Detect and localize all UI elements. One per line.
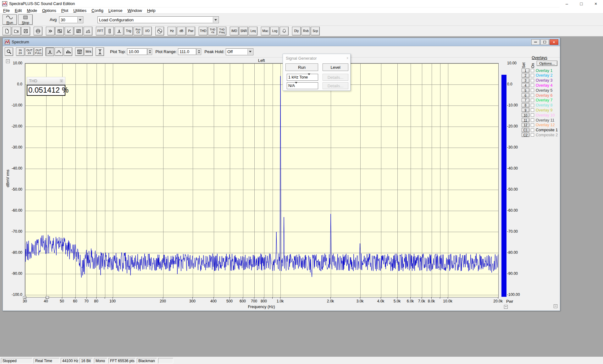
overlay-set-button-10[interactable]: 10 xyxy=(522,113,529,117)
thd-readout-titlebar[interactable]: THD x xyxy=(27,77,65,85)
overlay-set-button-C2[interactable]: C2 xyxy=(522,133,529,137)
generator-source-1-select[interactable]: 1 kHz Tone xyxy=(287,74,318,81)
overlay-set-button-C1[interactable]: C1 xyxy=(522,128,529,132)
fft-settings-button[interactable]: FFT xyxy=(96,27,105,35)
thd-n-button[interactable]: THD+N xyxy=(208,27,217,35)
new-file-button[interactable] xyxy=(3,27,11,35)
zoom-in-2x-button[interactable]: IN2X xyxy=(16,47,25,56)
scope-button[interactable]: Scp xyxy=(311,27,320,35)
macro-button[interactable]: Mac xyxy=(261,27,270,35)
overlay-on-checkbox-8[interactable] xyxy=(531,104,534,107)
spectrum-close-button[interactable]: × xyxy=(550,39,558,45)
menu-edit[interactable]: Edit xyxy=(12,8,24,13)
thd-button[interactable]: THD xyxy=(199,27,207,35)
collapse-icon[interactable] xyxy=(554,304,557,308)
overlay-on-checkbox-7[interactable] xyxy=(531,99,534,102)
overlay-set-button-7[interactable]: 7 xyxy=(522,98,529,102)
trigger-button[interactable]: Trig xyxy=(124,27,133,35)
overlay-on-checkbox-10[interactable] xyxy=(531,113,534,117)
overlay-on-checkbox-6[interactable] xyxy=(531,94,534,97)
plot-type-bar-button[interactable] xyxy=(64,47,72,56)
chevron-down-icon[interactable] xyxy=(247,49,253,55)
peak-button[interactable] xyxy=(115,27,124,35)
spectrum-titlebar[interactable]: Spectrum xyxy=(3,38,560,46)
plot-range-spinner[interactable] xyxy=(196,48,201,55)
overlay-set-button-1[interactable]: 1 xyxy=(522,68,529,73)
menu-utilities[interactable]: Utilities xyxy=(71,8,89,13)
menu-plot[interactable]: Plot xyxy=(59,8,71,13)
overlay-on-checkbox-C1[interactable] xyxy=(531,128,534,132)
plot-type-step-button[interactable] xyxy=(55,47,63,56)
overlay-set-button-5[interactable]: 5 xyxy=(522,88,529,92)
scaling-button[interactable] xyxy=(105,27,114,35)
marker-button[interactable]: Mrk xyxy=(84,47,93,56)
overlay-on-checkbox-11[interactable] xyxy=(531,118,534,122)
overlay-on-checkbox-1[interactable] xyxy=(531,69,534,72)
spectrum-minimize-button[interactable] xyxy=(531,39,540,45)
reverb-button[interactable]: Rvb xyxy=(302,27,310,35)
spectrum-maximize-button[interactable] xyxy=(540,39,549,45)
avg-select[interactable]: 30 xyxy=(59,16,83,23)
generator-run-button[interactable]: Run xyxy=(285,63,318,71)
generator-source-2-select[interactable]: N/A xyxy=(287,82,318,89)
chevron-down-icon[interactable] xyxy=(77,17,83,23)
spectrum-plot[interactable] xyxy=(25,63,499,297)
alarm-button[interactable] xyxy=(280,27,289,35)
overlay-set-button-2[interactable]: 2 xyxy=(522,73,529,78)
zoom-out-2x-button[interactable]: OUT2X xyxy=(25,47,34,56)
overlay-on-checkbox-2[interactable] xyxy=(531,74,534,77)
menu-help[interactable]: Help xyxy=(145,8,158,13)
chevron-down-icon[interactable] xyxy=(295,84,297,88)
view-3d-surface-button[interactable] xyxy=(84,27,92,35)
overlay-set-button-9[interactable]: 9 xyxy=(522,108,529,112)
signal-generator-button[interactable] xyxy=(155,27,164,35)
units-pwr-button[interactable]: Pwr xyxy=(186,27,195,35)
minimize-button[interactable]: – xyxy=(560,0,574,8)
menu-window[interactable]: Window xyxy=(125,8,144,13)
view-time-series-button[interactable] xyxy=(46,27,55,35)
menu-mode[interactable]: Mode xyxy=(24,8,40,13)
menu-options[interactable]: Options xyxy=(40,8,59,13)
run-button[interactable]: Run xyxy=(3,14,17,25)
plot-top-input[interactable] xyxy=(127,48,147,55)
display-options-button[interactable] xyxy=(75,47,84,56)
overlay-on-checkbox-4[interactable] xyxy=(531,84,534,87)
zoom-out-full-button[interactable]: OUTFULL xyxy=(34,47,43,56)
save-file-button[interactable] xyxy=(21,27,30,35)
view-spectrogram-button[interactable] xyxy=(74,27,83,35)
plot-top-spinner[interactable] xyxy=(147,48,152,55)
overlay-on-checkbox-3[interactable] xyxy=(531,79,534,82)
close-icon[interactable]: x xyxy=(60,79,63,83)
overlay-set-button-6[interactable]: 6 xyxy=(522,93,529,97)
collapse-icon[interactable] xyxy=(504,305,508,309)
overlay-on-checkbox-9[interactable] xyxy=(531,108,534,112)
units-hz-button[interactable]: Hz xyxy=(168,27,176,35)
units-db-button[interactable]: dB xyxy=(177,27,186,35)
menu-config[interactable]: Config xyxy=(89,8,106,13)
imd-button[interactable]: IMD xyxy=(230,27,239,35)
overlay-on-checkbox-C2[interactable] xyxy=(531,133,534,137)
overlay-on-checkbox-12[interactable] xyxy=(531,123,534,127)
generator-level-button[interactable]: Level xyxy=(323,63,348,71)
generator-details-2-button[interactable]: Details... xyxy=(323,82,348,89)
overlay-on-checkbox-5[interactable] xyxy=(531,89,534,92)
maximize-button[interactable]: □ xyxy=(574,0,589,8)
peak-hold-select[interactable]: Off xyxy=(226,48,253,55)
close-button[interactable]: × xyxy=(589,0,603,8)
view-spectrum-button[interactable] xyxy=(55,27,64,35)
snr-button[interactable]: SNR xyxy=(239,27,248,35)
open-file-button[interactable] xyxy=(12,27,21,35)
plot-type-line-button[interactable] xyxy=(46,47,54,56)
overlays-options-button[interactable]: Options... xyxy=(537,61,557,66)
chevron-down-icon[interactable] xyxy=(213,17,218,23)
print-button[interactable] xyxy=(34,27,42,35)
load-configuration-select[interactable]: Load Configuration xyxy=(97,16,219,23)
thd-freq-button[interactable]: THDFreq xyxy=(218,27,226,35)
logging-button[interactable]: Log xyxy=(270,27,279,35)
generator-details-1-button[interactable]: Details... xyxy=(323,74,348,81)
delay-button[interactable]: Dly xyxy=(292,27,301,35)
plot-range-input[interactable] xyxy=(178,48,196,55)
leq-button[interactable]: Leq xyxy=(249,27,257,35)
menu-license[interactable]: License xyxy=(106,8,125,13)
io-device-button[interactable]: I/O xyxy=(143,27,152,35)
